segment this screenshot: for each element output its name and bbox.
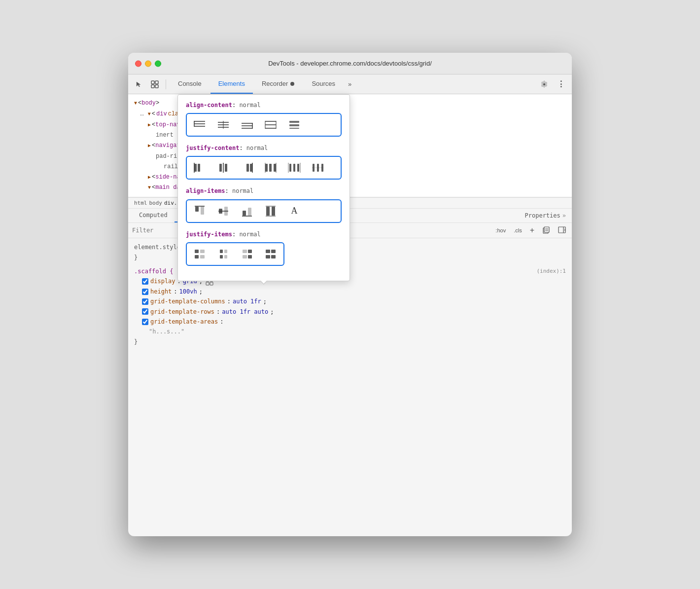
chevron-right-icon: »: [562, 212, 566, 219]
align-items-section: align-items: normal: [186, 186, 342, 222]
tab-bar: Console Elements Recorder Sources »: [128, 74, 572, 94]
tab-console[interactable]: Console: [170, 74, 210, 94]
element-style-close: }: [134, 254, 138, 261]
hov-button[interactable]: :hov: [493, 226, 508, 234]
traffic-lights: [135, 60, 161, 67]
add-style-button[interactable]: +: [528, 225, 536, 236]
height-prop: height: [150, 287, 172, 296]
justify-items-start-btn[interactable]: [189, 245, 210, 263]
devtools-window: DevTools - developer.chrome.com/docs/dev…: [128, 53, 572, 536]
justify-items-end-btn[interactable]: [236, 245, 258, 263]
properties-label[interactable]: Properties: [525, 212, 560, 219]
justify-items-stretch-btn[interactable]: [260, 245, 281, 263]
svg-rect-68: [224, 255, 227, 258]
align-items-buttons: A: [186, 199, 342, 223]
tab-sources[interactable]: Sources: [304, 74, 343, 94]
grid-template-rows-row: grid-template-rows : auto 1fr auto ;: [134, 307, 566, 317]
svg-rect-74: [266, 255, 270, 258]
align-items-stretch-btn[interactable]: [260, 202, 281, 220]
settings-icon[interactable]: [537, 77, 551, 91]
svg-rect-63: [200, 250, 205, 253]
tab-recorder[interactable]: Recorder: [254, 74, 303, 94]
svg-rect-75: [271, 250, 276, 253]
svg-rect-65: [220, 250, 223, 253]
toggle-panel-button[interactable]: [556, 225, 568, 235]
justify-content-start-btn[interactable]: [189, 159, 210, 177]
svg-rect-67: [224, 250, 227, 253]
more-icon[interactable]: ⋮: [554, 77, 568, 91]
tab-more[interactable]: »: [344, 80, 355, 88]
gtc-prop: grid-template-columns: [150, 296, 225, 306]
align-content-space-between-btn[interactable]: [260, 116, 281, 134]
svg-rect-69: [248, 250, 252, 253]
popup-arrow: [260, 281, 268, 285]
align-content-space-around-btn[interactable]: [283, 116, 305, 134]
inspect-icon[interactable]: [148, 77, 162, 91]
svg-rect-55: [248, 208, 251, 216]
svg-point-4: [290, 82, 294, 86]
svg-rect-64: [200, 255, 205, 258]
breadcrumb-html[interactable]: html: [134, 200, 147, 206]
svg-rect-76: [271, 255, 276, 258]
gta-prop: grid-template-areas: [150, 317, 218, 327]
html-tree: ▼ <body> … ▼ <div class="scaffold"> grid…: [128, 94, 572, 197]
close-button[interactable]: [135, 60, 141, 67]
gtr-val: auto 1fr auto: [222, 307, 268, 317]
svg-rect-31: [246, 164, 249, 172]
height-val: 100vh: [179, 287, 197, 296]
svg-rect-61: [195, 250, 199, 253]
svg-rect-54: [243, 211, 246, 216]
align-items-start-btn[interactable]: [189, 202, 210, 220]
justify-items-buttons: [186, 242, 284, 266]
align-content-buttons: [186, 113, 342, 137]
gta-checkbox[interactable]: [142, 319, 148, 325]
justify-items-section: justify-items: normal: [186, 230, 342, 266]
css-popup: align-content: normal: [177, 94, 350, 281]
separator: [166, 79, 166, 89]
scaffold-selector: .scaffold {: [134, 266, 173, 276]
justify-content-center-btn[interactable]: [212, 159, 234, 177]
justify-content-space-around-btn[interactable]: [283, 159, 305, 177]
cls-button[interactable]: .cls: [512, 226, 524, 234]
align-content-label: align-content: normal: [186, 101, 342, 110]
justify-items-label: justify-items: normal: [186, 230, 342, 239]
gtc-val: auto 1fr: [233, 296, 261, 306]
justify-content-space-between-btn[interactable]: [260, 159, 281, 177]
tabs: Console Elements Recorder Sources »: [170, 74, 535, 94]
height-checkbox[interactable]: [142, 289, 148, 295]
scaffold-source[interactable]: (index):1: [536, 267, 566, 276]
tab-computed[interactable]: Computed: [132, 209, 175, 222]
justify-content-section: justify-content: normal: [186, 144, 342, 180]
display-checkbox[interactable]: [142, 278, 148, 285]
justify-content-space-evenly-btn[interactable]: [307, 159, 329, 177]
gtc-checkbox[interactable]: [142, 298, 148, 305]
gta-value-preview: "h...s...": [134, 327, 566, 336]
align-content-start-btn[interactable]: [189, 116, 210, 134]
gtr-checkbox[interactable]: [142, 308, 148, 315]
justify-content-end-btn[interactable]: [236, 159, 258, 177]
svg-rect-62: [195, 255, 199, 258]
svg-rect-26: [198, 164, 200, 172]
svg-rect-72: [243, 255, 247, 258]
svg-rect-23: [289, 124, 299, 126]
svg-rect-78: [544, 227, 549, 232]
breadcrumb-body[interactable]: body: [149, 200, 163, 206]
align-content-center-btn[interactable]: [212, 116, 234, 134]
svg-rect-40: [293, 164, 295, 172]
tab-elements[interactable]: Elements: [210, 74, 253, 94]
svg-rect-36: [274, 164, 276, 172]
align-content-end-btn[interactable]: [236, 116, 258, 134]
dots-button[interactable]: …: [140, 109, 144, 119]
align-items-center-btn[interactable]: [212, 202, 234, 220]
copy-styles-button[interactable]: [540, 225, 552, 236]
minimize-button[interactable]: [145, 60, 151, 67]
svg-rect-22: [289, 121, 299, 123]
svg-rect-85: [206, 282, 209, 285]
align-items-end-btn[interactable]: [236, 202, 258, 220]
svg-rect-73: [266, 250, 270, 253]
justify-items-center-btn[interactable]: [212, 245, 234, 263]
cursor-icon[interactable]: [132, 77, 146, 91]
justify-content-label: justify-content: normal: [186, 144, 342, 153]
align-items-baseline-btn[interactable]: A: [283, 202, 305, 220]
maximize-button[interactable]: [155, 60, 161, 67]
